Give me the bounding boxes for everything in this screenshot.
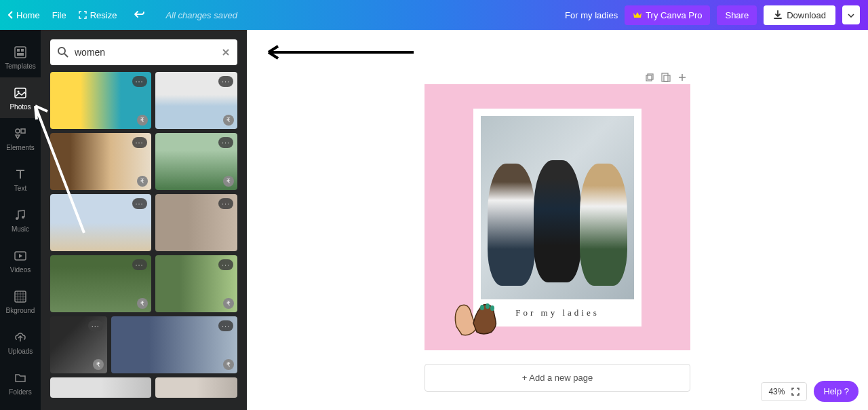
svg-point-8 bbox=[16, 217, 18, 220]
canvas-toolbar bbox=[644, 72, 688, 86]
resize-icon bbox=[79, 11, 87, 19]
svg-rect-0 bbox=[15, 47, 26, 58]
photo-grid: ···₹ ···₹ ···₹ ···₹ ··· ··· ···₹ ···₹ ··… bbox=[41, 72, 247, 410]
side-rail: Templates Photos Elements Text Music Vid… bbox=[0, 30, 41, 410]
main-area: Templates Photos Elements Text Music Vid… bbox=[0, 30, 868, 410]
top-bar: Home File Resize All changes saved For m… bbox=[0, 0, 868, 30]
rail-templates[interactable]: Templates bbox=[0, 37, 41, 77]
try-pro-button[interactable]: Try Canva Pro bbox=[625, 5, 710, 25]
undo-icon bbox=[133, 10, 145, 19]
rail-photos[interactable]: Photos bbox=[0, 77, 41, 118]
thumb-more-icon[interactable]: ··· bbox=[218, 320, 233, 331]
price-badge: ₹ bbox=[223, 176, 234, 187]
photo-thumb[interactable]: ···₹ bbox=[155, 133, 238, 190]
rail-label: Videos bbox=[10, 266, 31, 274]
price-badge: ₹ bbox=[223, 359, 234, 370]
videos-icon bbox=[13, 248, 28, 263]
thumb-more-icon[interactable]: ··· bbox=[218, 198, 233, 209]
search-input[interactable] bbox=[69, 47, 221, 58]
svg-rect-7 bbox=[21, 129, 25, 133]
rail-background[interactable]: Bkground bbox=[0, 281, 41, 322]
uploads-icon bbox=[13, 330, 28, 345]
svg-point-18 bbox=[486, 303, 490, 309]
rail-uploads[interactable]: Uploads bbox=[0, 322, 41, 362]
rail-label: Folders bbox=[9, 388, 31, 396]
thumb-more-icon[interactable]: ··· bbox=[132, 259, 147, 270]
save-status: All changes saved bbox=[165, 10, 237, 20]
share-button[interactable]: Share bbox=[717, 5, 757, 25]
canvas-area: For my ladies + Add a new page 43% bbox=[247, 30, 868, 410]
try-pro-label: Try Canva Pro bbox=[646, 10, 702, 20]
svg-rect-14 bbox=[648, 74, 653, 79]
rail-label: Text bbox=[14, 185, 26, 192]
price-badge: ₹ bbox=[137, 298, 148, 309]
thumb-more-icon[interactable]: ··· bbox=[218, 259, 233, 270]
download-button[interactable]: Download bbox=[764, 5, 835, 25]
rail-folders[interactable]: Folders bbox=[0, 362, 41, 403]
background-icon bbox=[13, 289, 28, 304]
rail-label: Photos bbox=[9, 103, 31, 111]
svg-rect-16 bbox=[664, 75, 670, 81]
hands-graphic[interactable] bbox=[443, 286, 511, 347]
rail-videos[interactable]: Videos bbox=[0, 240, 41, 281]
undo-button[interactable] bbox=[133, 10, 145, 21]
download-chevron[interactable] bbox=[842, 5, 860, 24]
polaroid-frame[interactable]: For my ladies bbox=[473, 109, 642, 327]
templates-icon bbox=[13, 45, 28, 60]
rail-elements[interactable]: Elements bbox=[0, 118, 41, 159]
photos-icon bbox=[13, 86, 28, 100]
copy-page-icon[interactable] bbox=[644, 72, 655, 86]
home-button[interactable]: Home bbox=[8, 10, 40, 20]
duplicate-page-icon[interactable] bbox=[660, 72, 671, 86]
photo-thumb[interactable]: ···₹ bbox=[155, 255, 238, 312]
photo-thumb[interactable]: ···₹ bbox=[50, 133, 151, 190]
search-box bbox=[50, 39, 237, 65]
clear-search-icon[interactable] bbox=[221, 48, 231, 57]
svg-point-17 bbox=[480, 305, 484, 310]
document-title[interactable]: For my ladies bbox=[565, 10, 618, 20]
topbar-right: For my ladies Try Canva Pro Share Downlo… bbox=[565, 5, 860, 25]
photos-panel: ···₹ ···₹ ···₹ ···₹ ··· ··· ···₹ ···₹ ··… bbox=[41, 30, 247, 410]
download-label: Download bbox=[787, 10, 826, 20]
rail-label: Uploads bbox=[8, 348, 33, 355]
photo-thumb[interactable]: ···₹ bbox=[111, 316, 237, 373]
svg-rect-1 bbox=[17, 49, 20, 52]
svg-point-5 bbox=[18, 90, 20, 92]
thumb-more-icon[interactable]: ··· bbox=[132, 137, 147, 148]
photo-thumb[interactable]: ···₹ bbox=[50, 72, 151, 129]
zoom-control[interactable]: 43% bbox=[761, 382, 807, 401]
photo-thumb[interactable]: ···₹ bbox=[50, 255, 151, 312]
svg-point-9 bbox=[22, 216, 24, 219]
thumb-more-icon[interactable]: ··· bbox=[88, 320, 103, 331]
resize-menu[interactable]: Resize bbox=[79, 10, 117, 20]
main-photo[interactable] bbox=[481, 116, 634, 299]
photo-thumb[interactable]: ···₹ bbox=[155, 72, 238, 129]
thumb-more-icon[interactable]: ··· bbox=[132, 76, 147, 87]
folders-icon bbox=[13, 371, 28, 386]
price-badge: ₹ bbox=[137, 115, 148, 126]
photo-thumb[interactable]: ···₹ bbox=[50, 316, 107, 373]
add-page-button[interactable]: + Add a new page bbox=[425, 364, 690, 392]
photo-thumb[interactable] bbox=[155, 377, 238, 398]
design-canvas[interactable]: For my ladies bbox=[425, 84, 690, 350]
text-icon bbox=[13, 167, 28, 182]
rail-label: Bkground bbox=[6, 307, 35, 314]
svg-rect-15 bbox=[662, 73, 668, 81]
photo-thumb[interactable]: ··· bbox=[50, 194, 151, 251]
help-button[interactable]: Help ? bbox=[814, 381, 859, 402]
price-badge: ₹ bbox=[223, 115, 234, 126]
thumb-more-icon[interactable]: ··· bbox=[218, 137, 233, 148]
add-page-icon[interactable] bbox=[677, 72, 688, 86]
rail-text[interactable]: Text bbox=[0, 159, 41, 200]
thumb-more-icon[interactable]: ··· bbox=[132, 198, 147, 209]
zoom-value: 43% bbox=[768, 387, 785, 396]
svg-rect-3 bbox=[17, 53, 24, 56]
rail-music[interactable]: Music bbox=[0, 200, 41, 240]
photo-thumb[interactable] bbox=[50, 377, 151, 398]
file-menu[interactable]: File bbox=[52, 10, 66, 20]
fullscreen-icon[interactable] bbox=[791, 388, 800, 396]
thumb-more-icon[interactable]: ··· bbox=[218, 76, 233, 87]
svg-point-6 bbox=[16, 129, 20, 133]
svg-point-12 bbox=[58, 48, 65, 54]
photo-thumb[interactable]: ··· bbox=[155, 194, 238, 251]
